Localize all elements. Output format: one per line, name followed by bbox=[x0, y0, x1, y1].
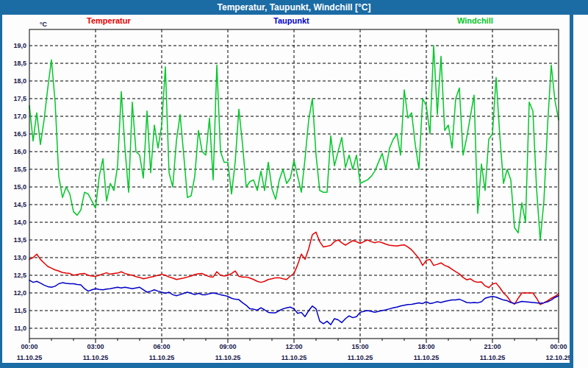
svg-text:15,0: 15,0 bbox=[13, 183, 26, 191]
chart-canvas: °C19,018,518,017,517,016,516,015,515,014… bbox=[0, 0, 588, 368]
svg-text:03:00: 03:00 bbox=[87, 343, 104, 350]
x-axis-labels: 00:0011.10.2503:0011.10.2506:0011.10.250… bbox=[17, 339, 572, 361]
svg-text:11.10.25: 11.10.25 bbox=[215, 354, 241, 361]
svg-text:00:00: 00:00 bbox=[21, 343, 37, 350]
svg-text:11.10.25: 11.10.25 bbox=[348, 354, 373, 361]
window-frame-bottom bbox=[0, 363, 573, 368]
svg-text:11,0: 11,0 bbox=[14, 325, 26, 332]
window-frame-right bbox=[570, 15, 573, 368]
svg-text:09:00: 09:00 bbox=[219, 343, 236, 350]
svg-text:11.10.25: 11.10.25 bbox=[149, 354, 175, 361]
svg-text:19,0: 19,0 bbox=[13, 42, 26, 49]
svg-text:11.10.25: 11.10.25 bbox=[480, 354, 506, 361]
svg-text:12,0: 12,0 bbox=[13, 289, 26, 297]
weather-chart-window: Temperatur, Taupunkt, Windchill [°C] Tem… bbox=[0, 0, 588, 368]
svg-text:11,5: 11,5 bbox=[14, 307, 26, 314]
window-frame-left bbox=[0, 15, 2, 368]
svg-text:12.10.25: 12.10.25 bbox=[545, 354, 571, 361]
svg-text:15,5: 15,5 bbox=[13, 166, 26, 173]
y-axis: °C19,018,518,017,517,016,516,015,515,014… bbox=[13, 21, 47, 332]
svg-text:13,0: 13,0 bbox=[13, 254, 26, 261]
svg-text:16,0: 16,0 bbox=[13, 148, 26, 155]
svg-text:13,5: 13,5 bbox=[13, 236, 26, 244]
svg-text:14,0: 14,0 bbox=[13, 219, 26, 226]
svg-text:00:00: 00:00 bbox=[550, 343, 567, 350]
svg-text:14,5: 14,5 bbox=[13, 201, 26, 208]
svg-text:21:00: 21:00 bbox=[484, 343, 501, 350]
svg-text:18:00: 18:00 bbox=[417, 343, 434, 350]
svg-text:15:00: 15:00 bbox=[351, 343, 368, 350]
svg-text:17,0: 17,0 bbox=[13, 113, 26, 120]
svg-text:12:00: 12:00 bbox=[285, 343, 302, 350]
svg-text:18,0: 18,0 bbox=[13, 77, 26, 85]
svg-text:11.10.25: 11.10.25 bbox=[282, 354, 307, 361]
svg-text:18,5: 18,5 bbox=[13, 60, 26, 67]
svg-text:16,5: 16,5 bbox=[13, 130, 26, 138]
svg-text:°C: °C bbox=[40, 21, 48, 28]
svg-text:11.10.25: 11.10.25 bbox=[17, 354, 43, 361]
svg-text:12,5: 12,5 bbox=[13, 272, 26, 279]
svg-text:11.10.25: 11.10.25 bbox=[414, 354, 440, 361]
svg-text:17,5: 17,5 bbox=[13, 95, 26, 102]
svg-text:11.10.25: 11.10.25 bbox=[83, 354, 109, 361]
svg-text:06:00: 06:00 bbox=[153, 343, 170, 350]
